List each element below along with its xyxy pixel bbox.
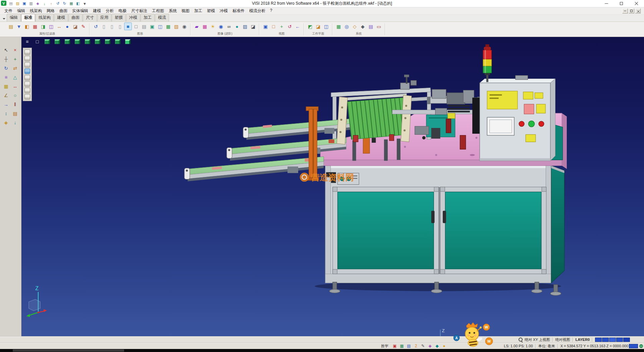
move-icon[interactable]: + xyxy=(11,55,19,63)
menu-item[interactable]: 标准件 xyxy=(230,7,247,14)
workplane-slot-8[interactable] xyxy=(24,94,30,99)
snap-settings-icon[interactable]: ◇ xyxy=(351,23,359,30)
scale-icon[interactable]: △ xyxy=(11,73,19,82)
grid-toggle-icon[interactable]: ▦ xyxy=(68,1,74,6)
extend-icon[interactable]: → xyxy=(2,100,10,109)
note-status-icon[interactable]: 2 xyxy=(413,343,419,349)
tab[interactable]: 应用 xyxy=(97,14,111,21)
workplane-slot-7[interactable] xyxy=(24,88,30,93)
previous-view-icon[interactable]: ← xyxy=(294,23,302,30)
quick-access-dropdown-icon[interactable]: ▼ xyxy=(82,1,88,6)
machine-cabinet[interactable] xyxy=(325,166,565,295)
workplane-slot-5[interactable] xyxy=(24,75,30,80)
workplane-free-icon[interactable]: ◪ xyxy=(314,23,322,30)
menu-item[interactable]: 工程图 xyxy=(150,7,166,14)
undo-icon[interactable]: ↺ xyxy=(55,1,61,6)
tab[interactable]: 线架构 xyxy=(36,14,54,21)
break-icon[interactable]: ‖ xyxy=(11,100,19,109)
right-door-handle[interactable] xyxy=(443,211,446,223)
red-button-2[interactable] xyxy=(539,121,544,127)
globe-icon[interactable] xyxy=(639,344,643,348)
red-button-1[interactable] xyxy=(519,121,524,127)
offset-icon[interactable]: ≡ xyxy=(2,73,10,82)
view-list-icon[interactable]: ▯ xyxy=(108,23,116,30)
viewport-3d[interactable]: 营造资料网 Z Z xyxy=(0,37,644,336)
zoom-indicator-icon[interactable] xyxy=(519,338,523,342)
camera-icon[interactable]: ◉ xyxy=(217,23,225,30)
minimize-button[interactable] xyxy=(599,0,614,7)
shaded-mode-icon[interactable]: ■ xyxy=(124,23,132,30)
background-icon[interactable]: ▨ xyxy=(241,23,249,30)
cabinet-right-door[interactable] xyxy=(440,187,546,274)
options-icon[interactable]: ◆ xyxy=(359,23,367,30)
taskbar-segment[interactable] xyxy=(13,349,124,352)
print-status-icon[interactable]: ▤ xyxy=(406,343,412,349)
layers-icon[interactable]: ▤ xyxy=(11,109,19,118)
mdi-minimize-button[interactable] xyxy=(622,8,628,13)
tab[interactable]: 尺寸 xyxy=(83,14,97,21)
tab[interactable]: 加工 xyxy=(141,14,155,21)
new-document-icon[interactable]: ▤ xyxy=(8,1,14,6)
workplane-slot-2[interactable] xyxy=(24,56,30,61)
view-left-icon[interactable] xyxy=(83,38,92,45)
tab[interactable]: 建模 xyxy=(54,14,68,21)
tab-dropdown-button[interactable] xyxy=(1,16,7,21)
menu-item[interactable]: 冲模 xyxy=(217,7,230,14)
view-front-icon[interactable] xyxy=(63,38,72,45)
save-status-icon[interactable]: ▣ xyxy=(392,343,398,349)
menu-item[interactable]: 实体编辑 xyxy=(70,7,91,14)
pen-status-icon[interactable]: ✎ xyxy=(420,343,426,349)
lighting-icon[interactable]: ☀ xyxy=(209,23,217,30)
save-icon[interactable]: ▣ xyxy=(21,1,28,6)
stretch-icon[interactable]: ↔ xyxy=(11,82,19,91)
copy-attributes-icon[interactable]: ◫ xyxy=(47,23,55,30)
group-icon[interactable]: ▦ xyxy=(164,23,172,30)
menu-item[interactable]: 加工 xyxy=(192,7,205,14)
eraser-icon[interactable]: ◪ xyxy=(71,23,79,30)
tab[interactable]: 塑膜 xyxy=(112,14,126,21)
mdi-close-button[interactable] xyxy=(635,8,641,13)
chamfer-icon[interactable]: ∠ xyxy=(2,91,10,100)
sheet-icon[interactable]: ▤ xyxy=(140,23,148,30)
import-icon[interactable]: ↓ xyxy=(41,1,48,6)
rotate-view-icon[interactable]: ↺ xyxy=(286,23,293,30)
zoom-window-icon[interactable]: □ xyxy=(270,23,277,30)
view-iso-right-icon[interactable] xyxy=(123,38,132,45)
plane-list-icon[interactable]: ▯ xyxy=(116,23,124,30)
cabinet-left-door[interactable] xyxy=(333,187,439,274)
menu-item[interactable]: 模流分析 xyxy=(247,7,268,14)
app-logo-icon[interactable]: V xyxy=(1,1,6,6)
menu-item[interactable]: 编辑 xyxy=(15,7,28,14)
menu-item[interactable]: 塑模 xyxy=(205,7,217,14)
view-iso-left-icon[interactable] xyxy=(113,38,122,45)
export-view-icon[interactable]: ↓ xyxy=(11,118,19,127)
view-menu-icon[interactable]: ≡ xyxy=(23,38,32,45)
layer-color-5[interactable] xyxy=(623,338,630,342)
menu-item[interactable]: 视图 xyxy=(179,7,192,14)
properties-icon[interactable]: ▤ xyxy=(7,23,15,30)
regen-icon[interactable]: ◉ xyxy=(180,23,188,30)
view-right-icon[interactable] xyxy=(93,38,102,45)
refresh-icon[interactable]: ↺ xyxy=(92,23,100,30)
workplane-slot-6[interactable] xyxy=(24,81,30,87)
wireframe-mode-icon[interactable]: □ xyxy=(132,23,140,30)
layer-filter-icon[interactable]: ◧ xyxy=(23,23,31,30)
fillet-icon[interactable]: ○ xyxy=(11,91,19,100)
cube-status-icon[interactable]: ◆ xyxy=(434,343,440,349)
export-icon[interactable]: ↑ xyxy=(48,1,54,6)
menu-item[interactable]: 电极 xyxy=(116,7,129,14)
layout-icon[interactable]: ▭ xyxy=(375,23,383,30)
layer-color-2[interactable] xyxy=(602,338,609,342)
clock-status-icon[interactable]: ● xyxy=(441,343,447,349)
tab[interactable]: 编辑 xyxy=(7,14,21,21)
trim-icon[interactable]: ┼ xyxy=(2,55,10,63)
menu-item[interactable]: 曲面 xyxy=(57,7,70,14)
ungroup-icon[interactable]: ▧ xyxy=(172,23,180,30)
menu-item[interactable]: 分析 xyxy=(103,7,116,14)
color-filter-icon[interactable]: ▦ xyxy=(31,23,39,30)
redo-icon[interactable]: ↻ xyxy=(61,1,68,6)
solid-box-icon[interactable]: ▣ xyxy=(148,23,156,30)
absolute-view-label[interactable]: 绝对视图 xyxy=(555,337,570,342)
zoom-fit-icon[interactable]: ▣ xyxy=(262,23,269,30)
mdi-restore-button[interactable] xyxy=(629,8,634,13)
